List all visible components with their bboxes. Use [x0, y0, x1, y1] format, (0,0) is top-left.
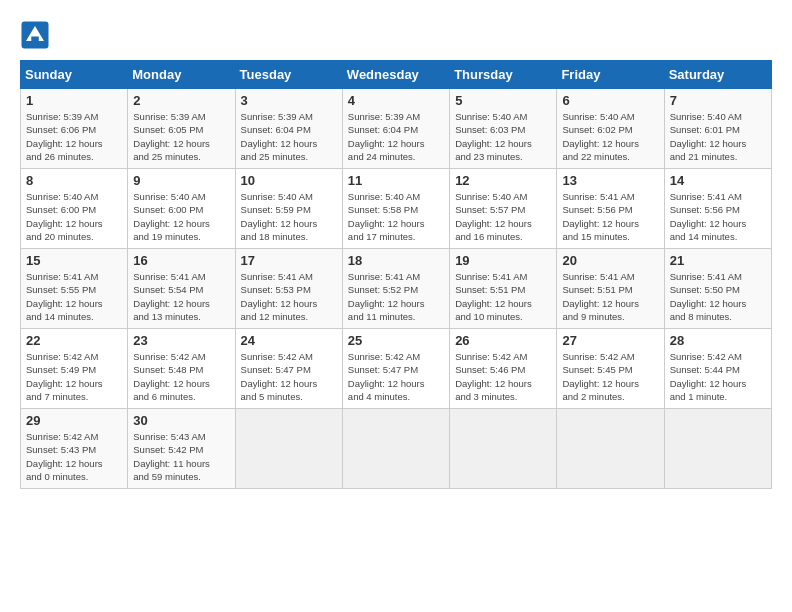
day-header-monday: Monday: [128, 61, 235, 89]
calendar-cell: 7Sunrise: 5:40 AM Sunset: 6:01 PM Daylig…: [664, 89, 771, 169]
calendar-cell: 2Sunrise: 5:39 AM Sunset: 6:05 PM Daylig…: [128, 89, 235, 169]
calendar-cell: 4Sunrise: 5:39 AM Sunset: 6:04 PM Daylig…: [342, 89, 449, 169]
calendar-cell: 9Sunrise: 5:40 AM Sunset: 6:00 PM Daylig…: [128, 169, 235, 249]
calendar-cell: 26Sunrise: 5:42 AM Sunset: 5:46 PM Dayli…: [450, 329, 557, 409]
day-number: 18: [348, 253, 444, 268]
calendar-cell: 16Sunrise: 5:41 AM Sunset: 5:54 PM Dayli…: [128, 249, 235, 329]
calendar-cell: 11Sunrise: 5:40 AM Sunset: 5:58 PM Dayli…: [342, 169, 449, 249]
day-detail: Sunrise: 5:42 AM Sunset: 5:48 PM Dayligh…: [133, 350, 229, 403]
day-detail: Sunrise: 5:42 AM Sunset: 5:46 PM Dayligh…: [455, 350, 551, 403]
day-detail: Sunrise: 5:39 AM Sunset: 6:06 PM Dayligh…: [26, 110, 122, 163]
calendar-cell: 6Sunrise: 5:40 AM Sunset: 6:02 PM Daylig…: [557, 89, 664, 169]
day-number: 25: [348, 333, 444, 348]
day-detail: Sunrise: 5:40 AM Sunset: 5:58 PM Dayligh…: [348, 190, 444, 243]
day-number: 14: [670, 173, 766, 188]
calendar-cell: 29Sunrise: 5:42 AM Sunset: 5:43 PM Dayli…: [21, 409, 128, 489]
day-number: 21: [670, 253, 766, 268]
calendar-cell: [235, 409, 342, 489]
day-number: 15: [26, 253, 122, 268]
day-number: 19: [455, 253, 551, 268]
day-number: 17: [241, 253, 337, 268]
day-detail: Sunrise: 5:43 AM Sunset: 5:42 PM Dayligh…: [133, 430, 229, 483]
day-number: 4: [348, 93, 444, 108]
calendar-cell: 20Sunrise: 5:41 AM Sunset: 5:51 PM Dayli…: [557, 249, 664, 329]
day-detail: Sunrise: 5:40 AM Sunset: 5:59 PM Dayligh…: [241, 190, 337, 243]
day-detail: Sunrise: 5:42 AM Sunset: 5:44 PM Dayligh…: [670, 350, 766, 403]
logo: [20, 20, 54, 50]
day-number: 27: [562, 333, 658, 348]
logo-icon: [20, 20, 50, 50]
day-number: 11: [348, 173, 444, 188]
calendar-cell: 23Sunrise: 5:42 AM Sunset: 5:48 PM Dayli…: [128, 329, 235, 409]
day-number: 26: [455, 333, 551, 348]
svg-rect-2: [31, 37, 39, 43]
day-header-thursday: Thursday: [450, 61, 557, 89]
calendar-cell: 25Sunrise: 5:42 AM Sunset: 5:47 PM Dayli…: [342, 329, 449, 409]
calendar-cell: 12Sunrise: 5:40 AM Sunset: 5:57 PM Dayli…: [450, 169, 557, 249]
day-number: 6: [562, 93, 658, 108]
day-header-wednesday: Wednesday: [342, 61, 449, 89]
calendar-cell: 22Sunrise: 5:42 AM Sunset: 5:49 PM Dayli…: [21, 329, 128, 409]
day-detail: Sunrise: 5:41 AM Sunset: 5:55 PM Dayligh…: [26, 270, 122, 323]
day-number: 28: [670, 333, 766, 348]
calendar-cell: 14Sunrise: 5:41 AM Sunset: 5:56 PM Dayli…: [664, 169, 771, 249]
day-number: 23: [133, 333, 229, 348]
day-detail: Sunrise: 5:40 AM Sunset: 5:57 PM Dayligh…: [455, 190, 551, 243]
calendar-cell: 17Sunrise: 5:41 AM Sunset: 5:53 PM Dayli…: [235, 249, 342, 329]
day-number: 16: [133, 253, 229, 268]
day-number: 5: [455, 93, 551, 108]
day-detail: Sunrise: 5:41 AM Sunset: 5:51 PM Dayligh…: [455, 270, 551, 323]
calendar-week-2: 8Sunrise: 5:40 AM Sunset: 6:00 PM Daylig…: [21, 169, 772, 249]
day-header-tuesday: Tuesday: [235, 61, 342, 89]
day-detail: Sunrise: 5:41 AM Sunset: 5:56 PM Dayligh…: [670, 190, 766, 243]
day-header-friday: Friday: [557, 61, 664, 89]
calendar-cell: 28Sunrise: 5:42 AM Sunset: 5:44 PM Dayli…: [664, 329, 771, 409]
calendar-cell: [557, 409, 664, 489]
day-detail: Sunrise: 5:42 AM Sunset: 5:43 PM Dayligh…: [26, 430, 122, 483]
day-detail: Sunrise: 5:41 AM Sunset: 5:51 PM Dayligh…: [562, 270, 658, 323]
day-number: 20: [562, 253, 658, 268]
day-detail: Sunrise: 5:42 AM Sunset: 5:45 PM Dayligh…: [562, 350, 658, 403]
calendar-cell: 13Sunrise: 5:41 AM Sunset: 5:56 PM Dayli…: [557, 169, 664, 249]
calendar-cell: 10Sunrise: 5:40 AM Sunset: 5:59 PM Dayli…: [235, 169, 342, 249]
day-number: 2: [133, 93, 229, 108]
calendar-cell: 18Sunrise: 5:41 AM Sunset: 5:52 PM Dayli…: [342, 249, 449, 329]
day-detail: Sunrise: 5:40 AM Sunset: 6:01 PM Dayligh…: [670, 110, 766, 163]
calendar-cell: 15Sunrise: 5:41 AM Sunset: 5:55 PM Dayli…: [21, 249, 128, 329]
day-detail: Sunrise: 5:39 AM Sunset: 6:04 PM Dayligh…: [241, 110, 337, 163]
day-detail: Sunrise: 5:41 AM Sunset: 5:54 PM Dayligh…: [133, 270, 229, 323]
calendar-cell: 8Sunrise: 5:40 AM Sunset: 6:00 PM Daylig…: [21, 169, 128, 249]
day-number: 29: [26, 413, 122, 428]
day-header-saturday: Saturday: [664, 61, 771, 89]
day-detail: Sunrise: 5:42 AM Sunset: 5:49 PM Dayligh…: [26, 350, 122, 403]
day-number: 24: [241, 333, 337, 348]
calendar-week-1: 1Sunrise: 5:39 AM Sunset: 6:06 PM Daylig…: [21, 89, 772, 169]
calendar-week-5: 29Sunrise: 5:42 AM Sunset: 5:43 PM Dayli…: [21, 409, 772, 489]
day-number: 1: [26, 93, 122, 108]
calendar-cell: [342, 409, 449, 489]
day-detail: Sunrise: 5:42 AM Sunset: 5:47 PM Dayligh…: [348, 350, 444, 403]
day-detail: Sunrise: 5:41 AM Sunset: 5:53 PM Dayligh…: [241, 270, 337, 323]
day-detail: Sunrise: 5:40 AM Sunset: 6:00 PM Dayligh…: [133, 190, 229, 243]
day-number: 10: [241, 173, 337, 188]
day-detail: Sunrise: 5:40 AM Sunset: 6:00 PM Dayligh…: [26, 190, 122, 243]
day-number: 22: [26, 333, 122, 348]
calendar-cell: 24Sunrise: 5:42 AM Sunset: 5:47 PM Dayli…: [235, 329, 342, 409]
calendar-cell: 3Sunrise: 5:39 AM Sunset: 6:04 PM Daylig…: [235, 89, 342, 169]
calendar-table: SundayMondayTuesdayWednesdayThursdayFrid…: [20, 60, 772, 489]
calendar-cell: 5Sunrise: 5:40 AM Sunset: 6:03 PM Daylig…: [450, 89, 557, 169]
calendar-cell: 1Sunrise: 5:39 AM Sunset: 6:06 PM Daylig…: [21, 89, 128, 169]
day-detail: Sunrise: 5:41 AM Sunset: 5:52 PM Dayligh…: [348, 270, 444, 323]
day-number: 13: [562, 173, 658, 188]
day-header-sunday: Sunday: [21, 61, 128, 89]
calendar-cell: 27Sunrise: 5:42 AM Sunset: 5:45 PM Dayli…: [557, 329, 664, 409]
day-number: 12: [455, 173, 551, 188]
day-number: 8: [26, 173, 122, 188]
calendar-cell: 21Sunrise: 5:41 AM Sunset: 5:50 PM Dayli…: [664, 249, 771, 329]
day-detail: Sunrise: 5:41 AM Sunset: 5:50 PM Dayligh…: [670, 270, 766, 323]
calendar-cell: [664, 409, 771, 489]
day-number: 7: [670, 93, 766, 108]
calendar-week-4: 22Sunrise: 5:42 AM Sunset: 5:49 PM Dayli…: [21, 329, 772, 409]
day-number: 3: [241, 93, 337, 108]
day-detail: Sunrise: 5:40 AM Sunset: 6:02 PM Dayligh…: [562, 110, 658, 163]
